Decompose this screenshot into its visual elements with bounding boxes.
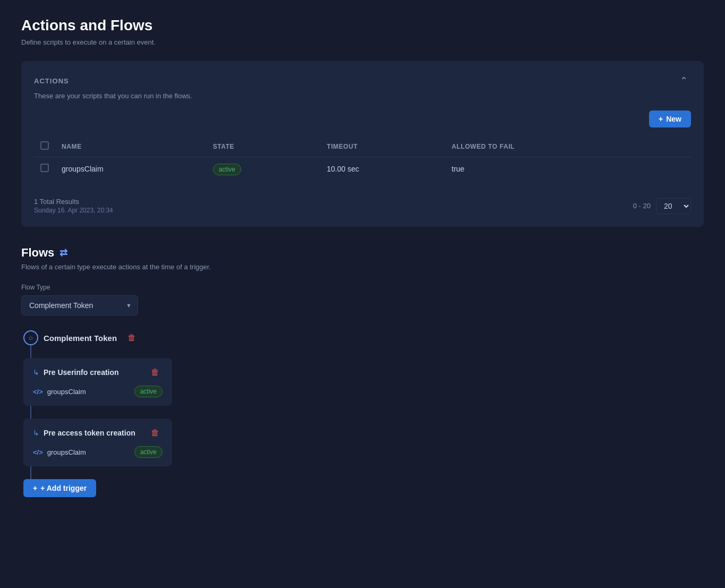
delete-root-button[interactable]: 🗑 (124, 332, 139, 344)
flow-card-2-action: </> groupsClaim active (33, 446, 163, 458)
actions-panel: ACTIONS ⌃ These are your scripts that yo… (21, 61, 704, 227)
flow-card-1-action: </> groupsClaim active (33, 386, 163, 397)
delete-card-1-button[interactable]: 🗑 (148, 367, 163, 378)
new-action-button[interactable]: + New (649, 110, 691, 127)
select-all-checkbox[interactable] (40, 141, 49, 150)
add-trigger-button[interactable]: + + Add trigger (23, 479, 96, 497)
sub-arrow-icon-1: ↳ (33, 368, 39, 377)
flow-card-1-title: Pre Userinfo creation (44, 368, 141, 377)
actions-table: NAME STATE TIMEOUT ALLOWED TO FAIL group… (34, 136, 691, 181)
flow-root-node: ○ Complement Token 🗑 (21, 330, 704, 345)
add-trigger-label: + Add trigger (40, 484, 87, 492)
vertical-connector-2 (30, 406, 31, 419)
trash-icon-1: 🗑 (151, 368, 159, 377)
col-timeout: TIMEOUT (320, 136, 445, 157)
flow-type-label: Flow Type (21, 284, 704, 291)
trash-icon-2: 🗑 (151, 428, 159, 437)
actions-panel-description: These are your scripts that you can run … (34, 92, 691, 100)
flow-card-2-title: Pre access token creation (44, 429, 141, 437)
flow-root-icon: ○ (23, 330, 38, 345)
delete-card-2-button[interactable]: 🗑 (148, 427, 163, 439)
actions-panel-header: ACTIONS ⌃ (34, 74, 691, 88)
flow-tree: ○ Complement Token 🗑 ↳ Pre Userinfo crea… (21, 330, 704, 497)
col-state: STATE (207, 136, 321, 157)
action-badge-2: active (134, 446, 163, 458)
flow-action-name-2[interactable]: groupsClaim (47, 448, 130, 456)
flow-type-select[interactable]: Complement Token Pre User Registration P… (21, 295, 138, 316)
flow-card-2-header: ↳ Pre access token creation 🗑 (33, 427, 163, 439)
action-badge-1: active (134, 386, 163, 397)
page-title: Actions and Flows (21, 17, 704, 34)
pagination-range: 0 - 20 (633, 202, 651, 210)
plus-icon-trigger: + (33, 484, 37, 492)
pagination-wrapper: 0 - 20 20 50 100 (633, 198, 691, 214)
circle-icon: ○ (29, 334, 33, 342)
flows-subtitle: Flows of a certain type execute actions … (21, 263, 704, 271)
trash-icon: 🗑 (127, 333, 136, 342)
vertical-connector-1 (30, 345, 31, 358)
row-checkbox[interactable] (40, 164, 49, 172)
flow-card-1-header: ↳ Pre Userinfo creation 🗑 (33, 367, 163, 378)
action-allowed-to-fail: true (445, 157, 655, 181)
col-allowed-to-fail: ALLOWED TO FAIL (445, 136, 655, 157)
action-name[interactable]: groupsClaim (55, 157, 207, 181)
sub-arrow-icon-2: ↳ (33, 429, 39, 437)
flow-card-1: ↳ Pre Userinfo creation 🗑 </> groupsClai… (23, 358, 172, 406)
table-row: groupsClaim active 10.00 sec true (34, 157, 691, 181)
vertical-connector-3 (30, 466, 31, 479)
actions-panel-title: ACTIONS (34, 77, 69, 85)
plus-icon: + (659, 115, 663, 123)
flows-title: Flows (21, 246, 54, 260)
total-results: 1 Total Results (34, 198, 113, 206)
table-footer: 1 Total Results Sunday 16. Apr 2023, 20:… (34, 191, 691, 214)
flows-header: Flows ⇄ (21, 246, 704, 260)
per-page-select[interactable]: 20 50 100 (656, 198, 691, 214)
new-button-label: New (666, 115, 681, 123)
flows-sync-icon: ⇄ (59, 247, 67, 259)
flow-action-name-1[interactable]: groupsClaim (47, 388, 130, 396)
flow-card-2: ↳ Pre access token creation 🗑 </> groups… (23, 419, 172, 466)
col-name: NAME (55, 136, 207, 157)
status-badge: active (213, 164, 241, 175)
total-date: Sunday 16. Apr 2023, 20:34 (34, 207, 113, 214)
flow-root-label: Complement Token (44, 334, 117, 343)
code-icon-1: </> (33, 388, 43, 396)
flow-type-wrapper: Complement Token Pre User Registration P… (21, 295, 138, 316)
page-subtitle: Define scripts to execute on a certain e… (21, 38, 704, 46)
collapse-button[interactable]: ⌃ (677, 74, 691, 88)
action-timeout: 10.00 sec (320, 157, 445, 181)
flows-section: Flows ⇄ Flows of a certain type execute … (21, 246, 704, 497)
action-state: active (207, 157, 321, 181)
code-icon-2: </> (33, 448, 43, 456)
